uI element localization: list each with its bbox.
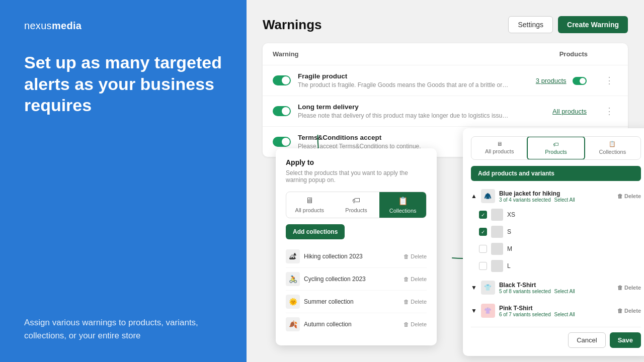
black-select-all[interactable]: Select All — [554, 289, 575, 294]
warning-desc-terms: Please, accept Terms&Conditions to conti… — [298, 143, 496, 150]
tab-products[interactable]: 🏷 Products — [333, 192, 380, 218]
cancel-button[interactable]: Cancel — [568, 332, 605, 348]
variant-name-m: M — [507, 245, 641, 252]
collection-icon: 🍂 — [286, 317, 300, 331]
tab-products-label: Products — [345, 207, 367, 213]
pink-sublabel: 6 of 7 variants selected — [499, 312, 551, 317]
product-thumb-black: 👕 — [481, 281, 495, 295]
toggle-longterm[interactable] — [273, 106, 291, 116]
left-subtext: Assign various warnings to products, var… — [24, 316, 222, 342]
warnings-table: Warning Products Fragile product The pro… — [263, 43, 628, 157]
variant-thumb-s — [491, 226, 503, 238]
pink-select-all[interactable]: Select All — [554, 312, 575, 317]
collection-icon: 🏕 — [286, 249, 300, 263]
product-group-pink-tshirt: ▼ 👚 Pink T-Shirt 6 of 7 variants selecte… — [471, 301, 641, 321]
variant-thumb-m — [491, 243, 503, 255]
list-item: 🌞 Summer collection 🗑 Delete — [286, 291, 427, 313]
collection-name: Autumn collection — [304, 321, 352, 328]
all-products-icon: 🖥 — [305, 196, 313, 205]
delete-button[interactable]: 🗑 Delete — [404, 321, 427, 327]
products-link-terms[interactable]: 4 collections — [530, 138, 567, 146]
delete-jacket-button[interactable]: 🗑 Delete — [617, 193, 641, 199]
collection-name: Summer collection — [304, 298, 354, 305]
menu-dots-terms[interactable]: ⋮ — [601, 134, 618, 149]
warning-info-fragile: Fragile product The product is fragile. … — [298, 72, 509, 88]
add-products-button[interactable]: Add products and variants — [471, 166, 641, 181]
products-link-longterm[interactable]: All products — [552, 108, 587, 115]
collection-icon: 🌞 — [286, 295, 300, 309]
logo: nexusmedia — [24, 20, 222, 32]
products-link-fragile[interactable]: 3 products — [536, 77, 567, 84]
apply-tab-group: 🖥 All products 🏷 Products 📋 Collections — [286, 192, 427, 218]
create-warning-button[interactable]: Create Warning — [558, 16, 628, 33]
jacket-sublabel: 3 of 4 variants selected — [499, 197, 551, 203]
collection-name: Hiking collection 2023 — [304, 253, 363, 260]
warning-desc-longterm: Please note that delivery of this produc… — [298, 112, 509, 119]
delete-button[interactable]: 🗑 Delete — [404, 299, 427, 305]
variant-row-xs: ✓ XS — [471, 206, 641, 223]
product-name-pink: Pink T-Shirt — [499, 305, 613, 312]
warning-products-terms: 4 collections — [496, 137, 597, 146]
delete-pink-button[interactable]: 🗑 Delete — [617, 308, 641, 314]
variant-name-xs: XS — [507, 211, 641, 218]
product-name-black: Black T-Shirt — [499, 282, 613, 289]
toggle-terms[interactable] — [273, 137, 291, 147]
tab-collections-label: Collections — [389, 208, 417, 214]
left-panel: nexusmedia Set up as many targeted alert… — [0, 0, 247, 362]
variant-row-l: L — [471, 257, 641, 275]
checkbox-l[interactable] — [479, 262, 487, 270]
expand-icon-black[interactable]: ▼ — [471, 284, 477, 291]
checkbox-m[interactable] — [479, 245, 487, 253]
product-thumb-jacket: 🧥 — [481, 189, 495, 203]
popup-products: 🖥 All products 🏷 Products 📋 Collections … — [463, 128, 644, 356]
jacket-select-all[interactable]: Select All — [554, 197, 575, 203]
menu-dots-longterm[interactable]: ⋮ — [601, 104, 618, 119]
checkbox-xs[interactable]: ✓ — [479, 211, 487, 219]
variant-name-l: L — [507, 262, 641, 269]
page-title: Warnings — [263, 17, 321, 33]
popup-apply-title: Apply to — [286, 158, 427, 166]
variant-thumb-l — [491, 260, 503, 272]
collection-name: Cycling collection 2023 — [304, 276, 366, 283]
toggle-fragile[interactable] — [273, 75, 291, 85]
toggle-small-terms[interactable] — [573, 138, 587, 146]
product-group-black-tshirt: ▼ 👕 Black T-Shirt 5 of 8 variants select… — [471, 278, 641, 298]
settings-button[interactable]: Settings — [508, 16, 553, 33]
toggle-small-fragile[interactable] — [573, 77, 587, 85]
delete-button[interactable]: 🗑 Delete — [404, 253, 427, 259]
header-actions: Settings Create Warning — [508, 16, 628, 33]
product-thumb-pink: 👚 — [481, 304, 495, 318]
popup-footer: Cancel Save — [471, 327, 641, 348]
collection-icon: 🚴 — [286, 272, 300, 286]
tab-all-products[interactable]: 🖥 All products — [286, 192, 333, 218]
warning-info-terms: Terms&Conditions accept Please, accept T… — [298, 134, 496, 150]
delete-black-button[interactable]: 🗑 Delete — [617, 285, 641, 291]
black-sublabel: 5 of 8 variants selected — [499, 289, 551, 294]
products-icon: 🏷 — [352, 196, 360, 205]
warning-products-longterm: All products — [509, 107, 597, 116]
checkbox-s[interactable]: ✓ — [479, 228, 487, 236]
warning-info-longterm: Long term delivery Please note that deli… — [298, 103, 509, 119]
collections-icon: 📋 — [398, 196, 408, 206]
save-button[interactable]: Save — [610, 332, 641, 348]
warning-name-fragile: Fragile product — [298, 72, 509, 80]
warning-name-terms: Terms&Conditions accept — [298, 134, 496, 141]
table-row: Terms&Conditions accept Please, accept T… — [263, 127, 628, 157]
list-item: 🏕 Hiking collection 2023 🗑 Delete — [286, 245, 427, 268]
add-collections-button[interactable]: Add collections — [286, 224, 345, 239]
expand-icon-pink[interactable]: ▼ — [471, 307, 477, 314]
menu-dots-fragile[interactable]: ⋮ — [601, 73, 618, 88]
variant-name-s: S — [507, 228, 641, 235]
variant-thumb-xs — [491, 209, 503, 221]
col-warning-header: Warning — [273, 50, 517, 58]
list-item: 🚴 Cycling collection 2023 🗑 Delete — [286, 268, 427, 291]
popup-apply-to: Apply to Select the products that you wa… — [276, 148, 437, 345]
expand-icon[interactable]: ▲ — [471, 193, 477, 200]
left-headline: Set up as many targeted alerts as your b… — [24, 52, 222, 116]
variant-row-s: ✓ S — [471, 223, 641, 240]
logo-suffix: media — [52, 20, 82, 31]
delete-button[interactable]: 🗑 Delete — [404, 276, 427, 282]
tab-collections[interactable]: 📋 Collections — [379, 192, 426, 218]
list-item: 🍂 Autumn collection 🗑 Delete — [286, 313, 427, 335]
page-header: Warnings Settings Create Warning — [263, 16, 628, 33]
